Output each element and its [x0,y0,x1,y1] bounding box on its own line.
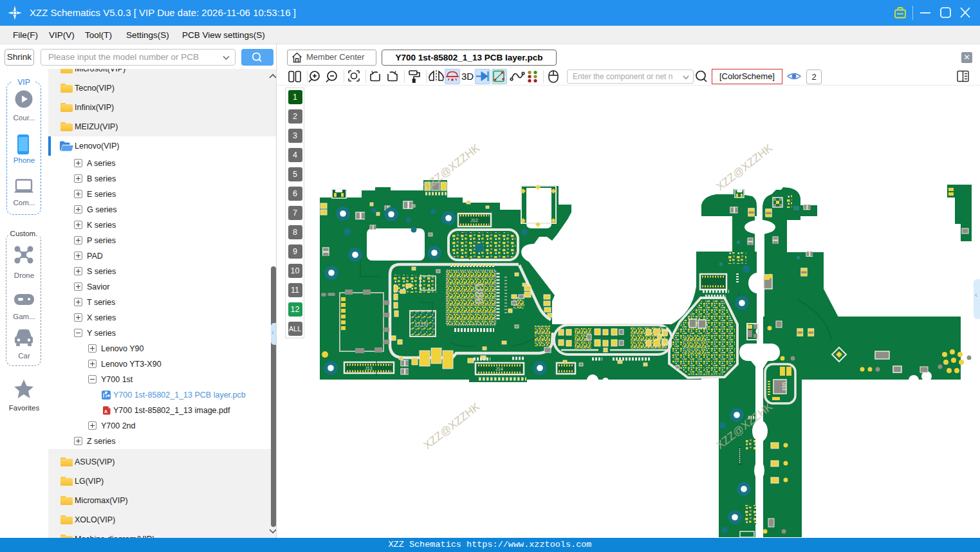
svg-text:XZZ@XZZHK: XZZ@XZZHK [714,142,775,193]
svg-text:3D: 3D [461,71,474,82]
svg-text:J12: J12 [470,218,477,223]
svg-text:J14: J14 [495,367,503,371]
svg-text:U86: U86 [472,283,485,304]
svg-text:U1: U1 [686,346,696,355]
svg-text:J13: J13 [365,366,372,371]
svg-text:XZZ@XZZHK: XZZ@XZZHK [421,142,483,193]
svg-text:XZZ@XZZHK: XZZ@XZZHK [421,400,483,452]
svg-text:U16: U16 [415,320,428,328]
svg-text:A: A [104,409,107,414]
svg-text:U13: U13 [782,382,786,391]
